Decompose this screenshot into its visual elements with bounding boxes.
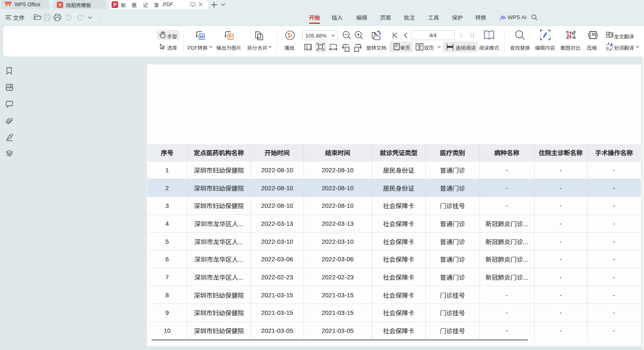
svg-text:文: 文: [606, 46, 610, 51]
svg-text:P: P: [113, 2, 117, 7]
svg-text:1:1: 1:1: [306, 45, 312, 50]
svg-text:A: A: [607, 32, 610, 37]
svg-text:A: A: [610, 43, 613, 47]
svg-text:文: 文: [610, 32, 614, 37]
